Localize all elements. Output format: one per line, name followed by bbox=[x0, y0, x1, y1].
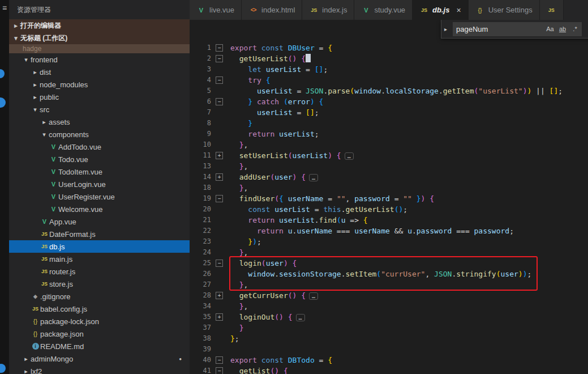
js-file-icon: JS bbox=[547, 7, 556, 13]
tree-item-package.json[interactable]: {}package.json bbox=[9, 328, 190, 340]
tree-item-TodoItem.vue[interactable]: VTodoItem.vue bbox=[9, 165, 190, 178]
regex-icon[interactable]: .* bbox=[569, 23, 581, 35]
code-line-4[interactable]: 4− try { bbox=[190, 75, 588, 86]
tree-item-assets[interactable]: ▸assets bbox=[9, 116, 190, 128]
code-line-19[interactable]: 19− findUser({ userName = "", password =… bbox=[190, 193, 588, 204]
tree-item-components[interactable]: ▾components bbox=[9, 128, 190, 141]
toggle-replace-icon[interactable]: ▸ bbox=[444, 26, 450, 32]
code-line-3[interactable]: 3 let userList = []; bbox=[190, 64, 588, 75]
vue-file-icon: V bbox=[361, 7, 371, 14]
tree-item-UserLogin.vue[interactable]: VUserLogin.vue bbox=[9, 178, 190, 190]
tree-item-App.vue[interactable]: VApp.vue bbox=[9, 215, 190, 228]
code-line-41[interactable]: 41− getList() { bbox=[190, 366, 588, 374]
tree-item-DateFormat.js[interactable]: JSDateFormat.js bbox=[9, 228, 190, 240]
fold-toggle-icon[interactable]: + bbox=[216, 173, 223, 181]
tree-item-public[interactable]: ▸public bbox=[9, 91, 190, 103]
fold-toggle-icon[interactable]: + bbox=[216, 313, 223, 321]
tab-index.html[interactable]: <>index.html bbox=[242, 0, 302, 20]
tree-item-Welcome.vue[interactable]: VWelcome.vue bbox=[9, 203, 190, 215]
fold-toggle-icon[interactable]: − bbox=[216, 356, 223, 364]
fold-spacer bbox=[216, 238, 223, 245]
folded-code-ellipsis[interactable]: … bbox=[296, 314, 305, 321]
tree-item-src[interactable]: ▾src bbox=[9, 103, 190, 116]
fold-toggle-icon[interactable]: − bbox=[216, 195, 223, 202]
folded-code-ellipsis[interactable]: … bbox=[309, 174, 318, 181]
fold-toggle-icon[interactable]: − bbox=[216, 367, 223, 374]
tree-item-lxf2[interactable]: ▸lxf2 bbox=[9, 365, 190, 374]
find-input[interactable] bbox=[456, 25, 543, 33]
tree-item-UserRegister.vue[interactable]: VUserRegister.vue bbox=[9, 190, 190, 203]
folded-code-ellipsis[interactable]: … bbox=[309, 292, 318, 300]
close-icon[interactable]: × bbox=[456, 6, 461, 15]
tab-index.js[interactable]: JSindex.js bbox=[302, 0, 354, 20]
tree-item-dist[interactable]: ▸dist bbox=[9, 66, 190, 78]
tree-item-AddTodo.vue[interactable]: VAddTodo.vue bbox=[9, 141, 190, 153]
find-previous-icon[interactable]: ↑ bbox=[585, 25, 588, 33]
tab-db.js[interactable]: JSdb.js× bbox=[413, 0, 469, 20]
code-line-39[interactable]: 39 bbox=[190, 344, 588, 355]
code-line-37[interactable]: 37 } bbox=[190, 322, 588, 333]
tree-item-store.js[interactable]: JSstore.js bbox=[9, 278, 190, 290]
fold-toggle-icon[interactable]: + bbox=[216, 152, 223, 159]
code-line-34[interactable]: 34 }, bbox=[190, 301, 588, 312]
code-line-5[interactable]: 5 userList = JSON.parse(window.localStor… bbox=[190, 86, 588, 96]
folded-code-ellipsis[interactable]: … bbox=[345, 152, 354, 160]
tree-item-main.js[interactable]: JSmain.js bbox=[9, 253, 190, 265]
code-line-38[interactable]: 38}; bbox=[190, 333, 588, 344]
code-line-10[interactable]: 10 }, bbox=[190, 139, 588, 150]
code-line-6[interactable]: 6− } catch (error) { bbox=[190, 96, 588, 107]
code-line-2[interactable]: 2− getUserList() { bbox=[190, 53, 588, 64]
code-line-21[interactable]: 21 return userList.find(u => { bbox=[190, 215, 588, 226]
code-line-28[interactable]: 28+ getCurrUser() {… bbox=[190, 290, 588, 301]
code-line-25[interactable]: 25− login(user) { bbox=[190, 258, 588, 269]
code-line-20[interactable]: 20 const userList = this.getUserList(); bbox=[190, 204, 588, 215]
fold-spacer bbox=[216, 87, 223, 95]
tree-item-db.js[interactable]: JSdb.js bbox=[9, 240, 190, 253]
code-line-23[interactable]: 23 }); bbox=[190, 236, 588, 247]
tree-item-babel.config.js[interactable]: JSbabel.config.js bbox=[9, 303, 190, 315]
fold-toggle-icon[interactable]: − bbox=[216, 55, 223, 62]
code-line-14[interactable]: 14+ addUser(user) {… bbox=[190, 172, 588, 182]
tab-live.vue[interactable]: Vlive.vue bbox=[190, 0, 242, 20]
fold-toggle-icon[interactable]: − bbox=[216, 44, 223, 52]
whole-word-icon[interactable]: ab bbox=[557, 23, 568, 35]
activity-bar[interactable]: ≡ bbox=[0, 0, 9, 374]
tree-item-node_modules[interactable]: ▸node_modules bbox=[9, 78, 190, 91]
code-line-13[interactable]: 13 }, bbox=[190, 161, 588, 172]
code-line-27[interactable]: 27 }, bbox=[190, 279, 588, 290]
menu-icon[interactable]: ≡ bbox=[2, 3, 7, 12]
tab-study.vue[interactable]: Vstudy.vue bbox=[354, 0, 413, 20]
code-line-8[interactable]: 8 } bbox=[190, 118, 588, 129]
code-line-24[interactable]: 24 }, bbox=[190, 247, 588, 258]
code-line-18[interactable]: 18 }, bbox=[190, 182, 588, 193]
fold-toggle-icon[interactable]: + bbox=[216, 292, 223, 299]
tab-User Settings[interactable]: {}User Settings bbox=[469, 0, 540, 20]
tree-item-package-lock.json[interactable]: {}package-lock.json bbox=[9, 315, 190, 328]
code-line-11[interactable]: 11+ setUserList(userList) {… bbox=[190, 150, 588, 161]
code-area[interactable]: 1−export const DBUser = {2− getUserList(… bbox=[190, 20, 588, 374]
tree-item-adminMongo[interactable]: ▸adminMongo● bbox=[9, 352, 190, 365]
match-case-icon[interactable]: Aa bbox=[544, 23, 556, 35]
fold-toggle-icon[interactable]: − bbox=[216, 98, 223, 105]
ghost-tree-item[interactable]: hadge bbox=[9, 44, 190, 53]
open-editors-section[interactable]: ▸ 打开的编辑器 bbox=[9, 19, 190, 32]
fold-spacer bbox=[216, 346, 223, 353]
fold-toggle-icon[interactable]: − bbox=[216, 76, 223, 84]
tab-partial[interactable]: JS bbox=[540, 0, 564, 20]
code-line-35[interactable]: 35+ loginOut() {… bbox=[190, 312, 588, 322]
code-line-1[interactable]: 1−export const DBUser = { bbox=[190, 42, 588, 53]
code-line-40[interactable]: 40−export const DBTodo = { bbox=[190, 355, 588, 366]
tree-item-README.md[interactable]: iREADME.md bbox=[9, 340, 190, 352]
tree-item-router.js[interactable]: JSrouter.js bbox=[9, 265, 190, 278]
code-line-7[interactable]: 7 userList = []; bbox=[190, 107, 588, 118]
code-line-26[interactable]: 26 window.sessionStorage.setItem("currUs… bbox=[190, 269, 588, 279]
workspace-section[interactable]: ▾ 无标题 (工作区) bbox=[9, 32, 190, 44]
code-line-22[interactable]: 22 return u.userName === userName && u.p… bbox=[190, 226, 588, 236]
editor[interactable]: ▸ Aa ab .* ↑ ↓ 1−export const DBUser = {… bbox=[190, 20, 588, 374]
tree-item-frontend[interactable]: ▾frontend bbox=[9, 53, 190, 66]
code-line-9[interactable]: 9 return userList; bbox=[190, 129, 588, 139]
tree-item-.gitignore[interactable]: ◆.gitignore bbox=[9, 290, 190, 303]
tree-item-label: frontend bbox=[31, 56, 58, 64]
fold-toggle-icon[interactable]: − bbox=[216, 260, 223, 267]
tree-item-Todo.vue[interactable]: VTodo.vue bbox=[9, 153, 190, 165]
